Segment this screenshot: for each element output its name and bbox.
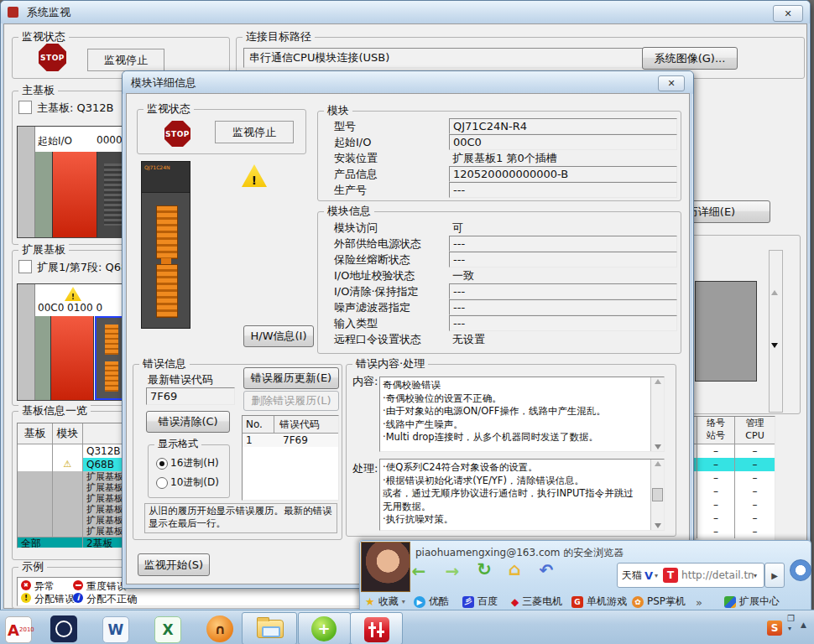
content-scrollbar[interactable] [650, 377, 664, 451]
connection-path-group-label: 连接目标路径 [243, 30, 315, 43]
col-header-base[interactable]: 基板 [18, 423, 53, 444]
error-history-delete-button[interactable]: 删除错误履历(L) [243, 391, 339, 411]
bookmark-favorites[interactable]: ★ 收藏 ▾ [365, 595, 405, 609]
dec-radio[interactable] [156, 477, 168, 489]
connection-path-field[interactable]: 串行通信CPU模块连接(USB) [243, 48, 644, 68]
bookmarks-more-icon[interactable]: » [696, 596, 702, 609]
monitor-start-button[interactable]: 监视开始(S) [138, 553, 210, 576]
dialog-stop-icon: STOP [164, 121, 190, 147]
youku-icon: ▶ [414, 596, 425, 608]
hw-info-button[interactable]: H/W信息(I) [243, 325, 314, 347]
hex-radio-label[interactable]: 16进制(H) [170, 456, 219, 470]
main-base-checkbox[interactable] [18, 101, 32, 114]
taskbar-explorer-button[interactable] [242, 612, 297, 644]
taskbar-safety-button[interactable]: + [298, 612, 351, 644]
orange-connector [156, 205, 178, 259]
ext-base-checkbox[interactable] [18, 260, 32, 273]
extension-cube-icon [724, 596, 736, 608]
gx-red-icon [364, 617, 389, 642]
url-dropdown-icon[interactable]: ▾ [754, 572, 757, 579]
tray-show-hidden-icon[interactable]: ▲ [801, 621, 806, 629]
taskbar-gx-configurator-button[interactable] [350, 612, 403, 644]
error-content-box[interactable]: 奇偶校验错误 ·奇偶校验位的设置不正确。 ·由于对象站的电源ON/OFF操作，线… [379, 377, 665, 452]
mitsubishi-icon: ◆ [511, 596, 519, 608]
scroll-down-icon[interactable] [655, 523, 661, 528]
right-scrollbar[interactable] [769, 250, 783, 413]
remote-password-value: 无设置 [449, 332, 676, 346]
bookmark-mitsubishi[interactable]: ◆ 三菱电机 [511, 595, 562, 609]
field-label: 安装位置 [334, 151, 378, 166]
field-label: 起始I/O [334, 135, 371, 150]
cpu-module-red [53, 152, 97, 237]
dialog-close-button[interactable]: ✕ [658, 75, 685, 91]
ad-avatar-image[interactable] [361, 542, 410, 592]
error-content-group-label: 错误内容·处理 [352, 357, 428, 370]
back-icon[interactable]: ← [407, 561, 430, 581]
dec-radio-label[interactable]: 10进制(D) [170, 475, 219, 490]
engine-dropdown-icon[interactable]: ▾ [655, 572, 658, 579]
main-base-label: 主基板: Q312B [37, 101, 113, 116]
model-field: QJ71C24N-R4 [449, 118, 677, 134]
bookmark-baidu[interactable]: 彡 百度 [462, 595, 498, 609]
start-io-field: 00C0 [449, 134, 677, 150]
browser-popup: piaohuamengxing@163.com 的安全浏览器 ← → ↻ ⌂ ↶… [359, 540, 811, 612]
tray-restore-icon[interactable]: ❐ [787, 614, 795, 623]
bookmark-youku[interactable]: ▶ 优酷 [414, 595, 449, 609]
home-icon[interactable]: ⌂ [503, 559, 526, 579]
taskbar-autocad-icon[interactable]: A 2010 [5, 616, 32, 643]
engine-v-badge: V [644, 569, 653, 582]
handling-scrollbar[interactable] [650, 460, 664, 530]
forward-icon[interactable]: → [441, 561, 464, 581]
error-history-update-button[interactable]: 错误履历更新(E) [243, 367, 339, 389]
taskbar-music-icon[interactable]: ∩ [206, 615, 233, 642]
taskbar-viewer-icon[interactable] [50, 615, 77, 642]
bookmark-games[interactable]: G 单机游戏 [571, 595, 627, 609]
bookmark-psp[interactable]: ✿ PSP掌机 [632, 595, 686, 609]
undo-icon[interactable]: ↶ [535, 560, 558, 580]
cpu-module-red [51, 316, 94, 400]
taskbar-excel-icon[interactable]: X [154, 616, 181, 643]
refresh-icon[interactable]: ↻ [472, 559, 496, 579]
field-label: 生产号 [334, 183, 367, 198]
rack-base-strip [18, 127, 35, 237]
col-header-module[interactable]: 模块 [53, 423, 83, 444]
scroll-down-icon[interactable] [655, 444, 661, 449]
main-window-title: 系统监视 [27, 5, 70, 20]
field-label: 远程口令设置状态 [334, 332, 421, 347]
scroll-up-icon[interactable] [655, 379, 661, 384]
error-history-note: 从旧的履历开始显示错误履历。最新的错误显示在最后一行。 [144, 503, 337, 533]
stop-text: STOP [40, 54, 65, 62]
scroll-up-icon[interactable] [771, 278, 778, 290]
tray-chevron-down-icon[interactable]: ▾ [788, 625, 791, 632]
error-handling-box[interactable]: ·使Q系列C24符合对象设备的设置。 ·根据错误初始化请求(YE/YF)，清除错… [379, 459, 665, 531]
legend-assign-invalid-label: 分配不正确 [86, 592, 137, 606]
url-text[interactable]: http://detail.tmall.co [681, 569, 754, 581]
security-shield-icon[interactable] [790, 559, 811, 581]
error-history-row[interactable]: 1 7F69 [243, 434, 338, 447]
address-bar[interactable]: 天猫 V ▾ T http://detail.tmall.co ▾ [617, 563, 764, 588]
field-label: 输入类型 [334, 316, 378, 331]
go-button[interactable]: ▶ [764, 563, 785, 588]
dialog-monitor-stopped-label: 监视停止 [215, 121, 294, 143]
taskbar-word-icon[interactable]: W [102, 616, 129, 643]
dialog-titlebar[interactable]: 模块详细信息 [123, 71, 693, 94]
scroll-down-icon[interactable] [771, 348, 778, 361]
main-close-button[interactable]: ✕ [773, 5, 803, 22]
main-titlebar[interactable]: 系统监视 [1, 1, 810, 23]
bookmark-extension-center[interactable]: 扩展中心 [724, 595, 780, 609]
tray-s-icon[interactable]: S [767, 621, 782, 636]
hex-radio[interactable] [156, 458, 168, 470]
error-clear-button[interactable]: 错误清除(C) [146, 411, 230, 433]
module-info-group-label: 模块信息 [324, 205, 374, 217]
search-engine-label[interactable]: 天猫 [622, 569, 642, 583]
module-picture-label: QJ71C24N [144, 164, 170, 170]
legend-group-label: 示例 [18, 560, 47, 573]
io-clear-hold-field: --- [449, 283, 677, 299]
legend-assign-error-label: 分配错误 [34, 592, 75, 606]
dialog-title: 模块详细信息 [131, 75, 196, 91]
system-image-button[interactable]: 系统图像(G)... [642, 47, 738, 70]
scroll-thumb[interactable] [652, 488, 663, 501]
scroll-up-icon[interactable] [655, 461, 661, 466]
field-label: 模块访问 [334, 221, 378, 236]
error-icon: ✖ [21, 580, 31, 590]
